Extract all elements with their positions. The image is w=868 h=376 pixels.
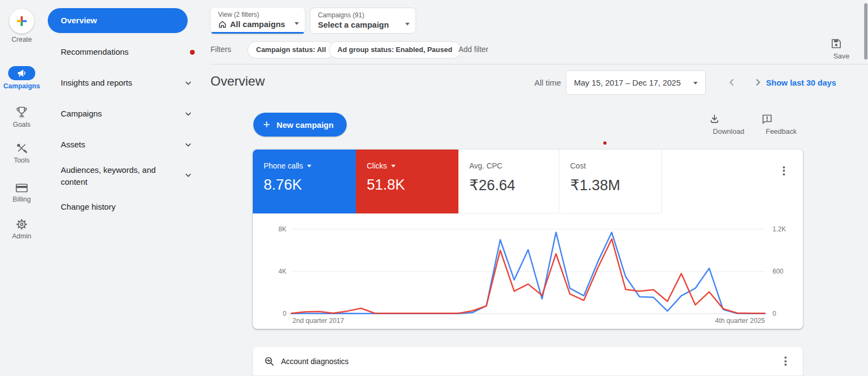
view-selector-value: All campaigns xyxy=(230,20,285,29)
nav-item-audiences[interactable]: Audiences, keywords, and content xyxy=(61,164,169,188)
home-icon xyxy=(218,20,227,28)
account-diagnostics-card[interactable]: Account diagnostics xyxy=(253,347,803,376)
filter-chip-campaign-status[interactable]: Campaign status: All xyxy=(247,41,335,59)
y-axis-tick: 4K xyxy=(266,268,286,275)
gear-icon xyxy=(0,218,43,230)
megaphone-icon xyxy=(17,69,27,77)
time-label: All time xyxy=(534,78,561,87)
feedback-label: Feedback xyxy=(762,127,801,135)
view-selector-label: View (2 filters) xyxy=(218,11,289,18)
y-axis-tick: 8K xyxy=(266,225,286,233)
credit-card-icon xyxy=(0,183,43,193)
admin-label: Admin xyxy=(0,232,43,240)
create-label: Create xyxy=(0,36,43,43)
campaign-selector-label: Campaigns (91) xyxy=(318,11,399,19)
create-button[interactable]: Create xyxy=(0,9,43,43)
trophy-icon xyxy=(0,106,43,119)
view-selector[interactable]: View (2 filters) All campaigns xyxy=(210,8,305,34)
chevron-left-icon[interactable] xyxy=(727,77,737,87)
plus-icon: + xyxy=(263,119,270,131)
kebab-menu-icon[interactable] xyxy=(784,355,787,367)
metric-tab-phone-calls[interactable]: Phone calls 8.76K xyxy=(253,150,356,213)
billing-label: Billing xyxy=(0,196,43,203)
timeseries-chart[interactable] xyxy=(291,229,765,314)
save-icon xyxy=(831,38,852,49)
campaign-selector[interactable]: Campaigns (91) Select a campaign xyxy=(310,8,416,34)
sidebar-item-admin[interactable]: Admin xyxy=(0,218,43,240)
caret-down-icon xyxy=(295,22,299,27)
y-axis-tick: 0 xyxy=(266,310,286,317)
add-filter-button[interactable]: Add filter xyxy=(458,45,488,54)
toolbar-divider xyxy=(210,64,868,64)
x-axis-label-start: 2nd quarter 2017 xyxy=(292,317,344,325)
chevron-down-icon xyxy=(184,171,192,179)
overview-chart-card: Phone calls 8.76K Clicks 51.8K Avg. CPC … xyxy=(253,150,803,329)
plus-icon xyxy=(15,15,28,28)
scrollbar-thumb[interactable] xyxy=(864,3,867,60)
chevron-down-icon xyxy=(184,110,192,118)
date-range-picker[interactable]: May 15, 2017 – Dec 17, 2025 xyxy=(566,70,706,95)
metric-value: ₹26.64 xyxy=(469,177,559,194)
filter-chip-adgroup-status[interactable]: Ad group status: Enabled, Paused xyxy=(329,41,461,59)
y-axis-tick-right: 1.2K xyxy=(773,225,786,233)
tools-icon xyxy=(0,142,43,154)
nav-item-insights[interactable]: Insights and reports xyxy=(61,78,190,87)
y-axis-tick-right: 600 xyxy=(773,268,783,275)
sidebar-item-campaigns[interactable]: Campaigns xyxy=(0,66,43,90)
caret-down-icon xyxy=(693,82,698,87)
download-button[interactable]: Download xyxy=(709,114,748,135)
nav-item-campaigns[interactable]: Campaigns xyxy=(61,109,190,118)
active-tab-underline xyxy=(212,32,304,34)
metric-value: 51.8K xyxy=(367,177,458,193)
date-range-value: May 15, 2017 – Dec 17, 2025 xyxy=(574,78,681,87)
show-last-30-days-link[interactable]: Show last 30 days xyxy=(766,78,836,87)
y-axis-tick-right: 0 xyxy=(773,310,776,317)
metric-value: ₹1.38M xyxy=(570,177,661,194)
feedback-icon xyxy=(762,114,801,125)
download-icon xyxy=(709,114,748,125)
metric-tab-cost[interactable]: Cost ₹1.38M xyxy=(559,150,662,213)
secondary-nav: Overview Recommendations Insights and re… xyxy=(43,0,201,376)
chevron-down-icon xyxy=(184,79,192,87)
filters-label: Filters xyxy=(210,45,231,54)
campaigns-label: Campaigns xyxy=(0,82,43,90)
campaigns-pill[interactable] xyxy=(8,66,35,80)
diagnostics-title: Account diagnostics xyxy=(281,357,349,366)
sidebar-item-tools[interactable]: Tools xyxy=(0,142,43,164)
nav-item-assets[interactable]: Assets xyxy=(61,140,190,149)
goals-label: Goals xyxy=(0,121,43,128)
save-button[interactable]: Save xyxy=(831,38,852,60)
kebab-menu-icon[interactable] xyxy=(783,165,785,177)
caret-down-icon xyxy=(405,23,410,28)
metric-value: 8.76K xyxy=(264,177,356,193)
caret-down-icon xyxy=(307,165,311,170)
notification-dot xyxy=(603,141,607,145)
page-title: Overview xyxy=(210,74,265,89)
nav-item-recommendations[interactable]: Recommendations xyxy=(61,47,190,56)
nav-item-change-history[interactable]: Change history xyxy=(61,202,190,211)
nav-item-overview[interactable]: Overview xyxy=(48,8,188,33)
chevron-down-icon xyxy=(184,141,192,148)
caret-down-icon xyxy=(391,165,395,170)
search-diagnostics-icon xyxy=(264,356,275,367)
chevron-right-icon[interactable] xyxy=(753,77,763,87)
new-campaign-button[interactable]: + New campaign xyxy=(253,113,347,137)
save-label: Save xyxy=(831,52,852,60)
campaign-selector-value: Select a campaign xyxy=(318,20,389,29)
notification-dot xyxy=(190,50,195,55)
sidebar-item-billing[interactable]: Billing xyxy=(0,183,43,203)
sidebar-item-goals[interactable]: Goals xyxy=(0,106,43,128)
create-circle[interactable] xyxy=(9,9,34,34)
tools-label: Tools xyxy=(0,157,43,164)
metric-tab-clicks[interactable]: Clicks 51.8K xyxy=(356,150,458,213)
feedback-button[interactable]: Feedback xyxy=(762,114,801,135)
download-label: Download xyxy=(709,127,748,135)
x-axis-label-end: 4th quarter 2025 xyxy=(700,317,765,325)
metric-tab-avg-cpc[interactable]: Avg. CPC ₹26.64 xyxy=(458,150,559,213)
